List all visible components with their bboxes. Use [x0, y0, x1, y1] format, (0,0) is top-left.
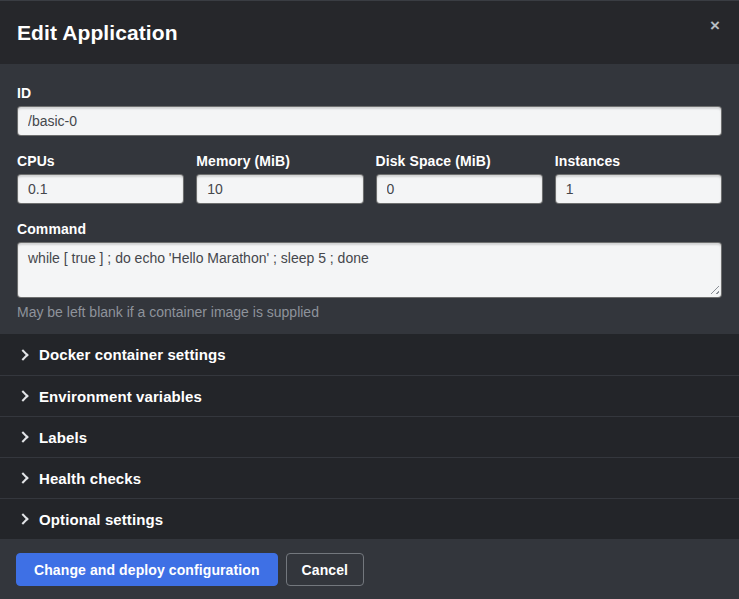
memory-label: Memory (MiB) — [196, 153, 363, 169]
cancel-button[interactable]: Cancel — [286, 553, 365, 586]
field-group-disk: Disk Space (MiB) — [376, 153, 543, 204]
section-label: Environment variables — [39, 388, 202, 405]
disk-input[interactable] — [376, 174, 543, 204]
section-label: Labels — [39, 429, 87, 446]
section-optional-settings[interactable]: Optional settings — [0, 498, 739, 539]
resources-row: CPUs Memory (MiB) Disk Space (MiB) Insta… — [17, 153, 722, 204]
chevron-right-icon — [17, 472, 28, 483]
section-health-checks[interactable]: Health checks — [0, 457, 739, 498]
change-and-deploy-button[interactable]: Change and deploy configuration — [16, 553, 278, 586]
chevron-right-icon — [17, 513, 28, 524]
chevron-right-icon — [17, 390, 28, 401]
id-input[interactable] — [17, 106, 722, 136]
field-group-id: ID — [17, 85, 722, 136]
section-environment-variables[interactable]: Environment variables — [0, 375, 739, 416]
application-form: ID CPUs Memory (MiB) Disk Space (MiB) In… — [0, 64, 739, 334]
modal-header: Edit Application × — [0, 1, 739, 64]
collapsible-sections: Docker container settings Environment va… — [0, 334, 739, 539]
cpus-label: CPUs — [17, 153, 184, 169]
section-labels[interactable]: Labels — [0, 416, 739, 457]
field-group-instances: Instances — [555, 153, 722, 204]
field-group-command: Command while [ true ] ; do echo 'Hello … — [17, 221, 722, 320]
chevron-right-icon — [17, 349, 28, 360]
modal-footer: Change and deploy configuration Cancel — [0, 539, 739, 599]
modal-title: Edit Application — [17, 21, 178, 45]
section-label: Docker container settings — [39, 346, 226, 363]
command-textarea-wrap: while [ true ] ; do echo 'Hello Marathon… — [17, 242, 722, 298]
command-textarea[interactable]: while [ true ] ; do echo 'Hello Marathon… — [17, 242, 722, 298]
memory-input[interactable] — [196, 174, 363, 204]
field-group-cpus: CPUs — [17, 153, 184, 204]
edit-application-modal: Edit Application × ID CPUs Memory (MiB) … — [0, 0, 739, 599]
chevron-right-icon — [17, 431, 28, 442]
close-icon[interactable]: × — [704, 15, 726, 37]
section-label: Optional settings — [39, 511, 163, 528]
command-label: Command — [17, 221, 722, 237]
section-label: Health checks — [39, 470, 141, 487]
cpus-input[interactable] — [17, 174, 184, 204]
instances-label: Instances — [555, 153, 722, 169]
instances-input[interactable] — [555, 174, 722, 204]
disk-label: Disk Space (MiB) — [376, 153, 543, 169]
field-group-memory: Memory (MiB) — [196, 153, 363, 204]
id-label: ID — [17, 85, 722, 101]
section-docker-container-settings[interactable]: Docker container settings — [0, 334, 739, 375]
command-help-text: May be left blank if a container image i… — [17, 304, 722, 320]
